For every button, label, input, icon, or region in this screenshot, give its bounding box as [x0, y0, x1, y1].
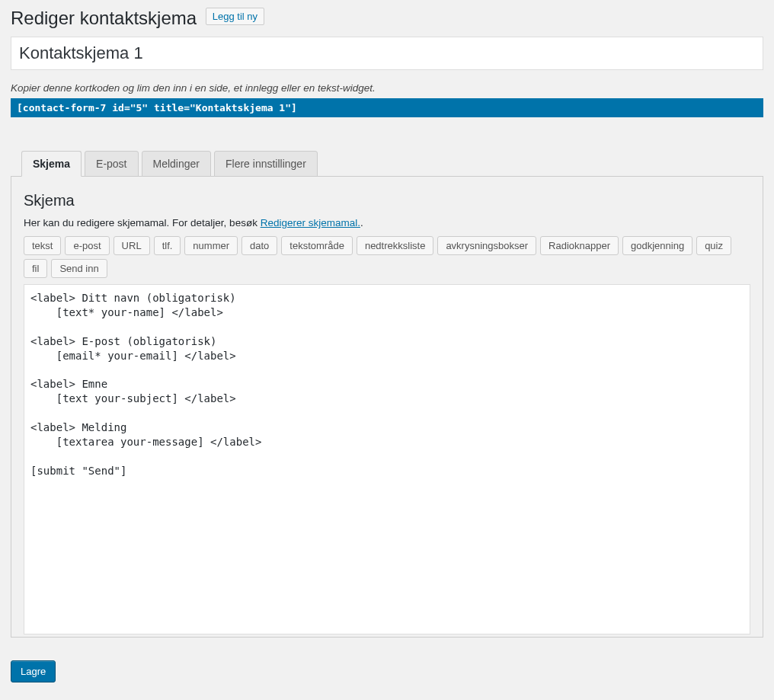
tag-btn-dato[interactable]: dato: [241, 236, 277, 255]
tag-generator-bar: tekst e-post URL tlf. nummer dato teksto…: [24, 236, 750, 278]
save-button[interactable]: Lagre: [11, 660, 56, 682]
tag-btn-nummer[interactable]: nummer: [184, 236, 238, 255]
add-new-button[interactable]: Legg til ny: [206, 8, 264, 25]
panel-bottom-border: [11, 637, 763, 638]
panel-subtext-prefix: Her kan du redigere skjemamal. For detal…: [24, 217, 261, 229]
edit-template-link[interactable]: Redigerer skjemamal.: [261, 217, 360, 229]
tag-btn-tekst[interactable]: tekst: [24, 236, 61, 255]
editor-tabs: Skjema E-post Meldinger Flere innstillin…: [11, 151, 763, 177]
tag-btn-radioknapper[interactable]: Radioknapper: [540, 236, 619, 255]
panel-heading: Skjema: [24, 192, 750, 209]
form-panel: Skjema Her kan du redigere skjemamal. Fo…: [11, 176, 763, 637]
tab-flere-innstillinger[interactable]: Flere innstillinger: [214, 151, 318, 177]
tag-btn-tlf[interactable]: tlf.: [154, 236, 181, 255]
tag-btn-fil[interactable]: fil: [24, 259, 47, 278]
form-template-editor[interactable]: [24, 284, 750, 634]
tag-btn-send-inn[interactable]: Send inn: [51, 259, 107, 278]
page-title: Rediger kontaktskjema: [11, 8, 197, 29]
panel-subtext: Her kan du redigere skjemamal. For detal…: [24, 217, 750, 229]
tag-btn-godkjenning[interactable]: godkjenning: [622, 236, 692, 255]
tag-btn-url[interactable]: URL: [114, 236, 150, 255]
tab-meldinger[interactable]: Meldinger: [142, 151, 211, 177]
tag-btn-nedtrekksliste[interactable]: nedtrekksliste: [357, 236, 433, 255]
panel-subtext-suffix: .: [360, 217, 363, 229]
tag-btn-epost[interactable]: e-post: [65, 236, 109, 255]
tab-epost[interactable]: E-post: [85, 151, 138, 177]
shortcode-input[interactable]: [11, 98, 763, 117]
tab-skjema[interactable]: Skjema: [21, 151, 82, 177]
form-title-input[interactable]: [11, 37, 763, 70]
shortcode-description: Kopier denne kortkoden og lim den inn i …: [11, 82, 763, 94]
tag-btn-tekstomrade[interactable]: tekstområde: [281, 236, 353, 255]
tag-btn-quiz[interactable]: quiz: [696, 236, 731, 255]
tag-btn-avkrysningsbokser[interactable]: avkrysningsbokser: [437, 236, 536, 255]
